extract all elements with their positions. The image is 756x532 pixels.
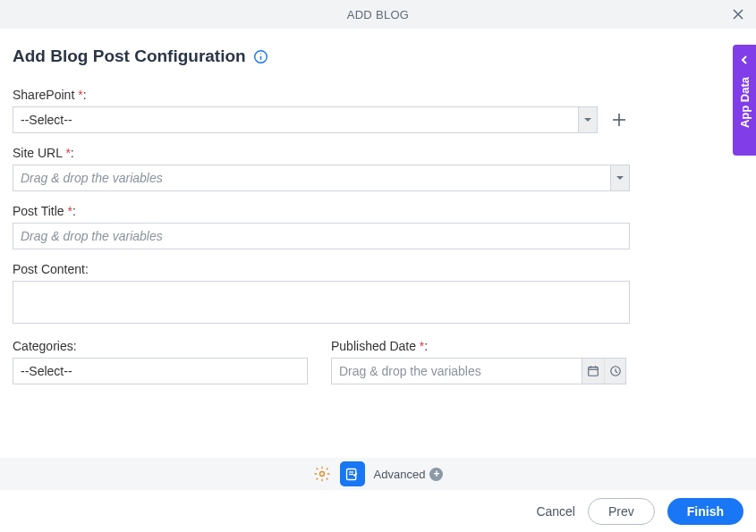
side-tab-app-data[interactable]: App Data bbox=[733, 45, 756, 156]
chevron-down-icon[interactable] bbox=[610, 165, 630, 191]
label-text-published-date: Published Date bbox=[331, 339, 416, 353]
field-post-title: Post Title *: bbox=[13, 204, 630, 249]
advanced-toggle[interactable]: Advanced + bbox=[374, 468, 444, 481]
label-published-date: Published Date *: bbox=[331, 339, 626, 353]
clock-icon[interactable] bbox=[604, 359, 625, 384]
chevron-down-icon[interactable] bbox=[578, 106, 598, 133]
add-sharepoint-button[interactable] bbox=[608, 106, 630, 133]
select-categories-value: --Select-- bbox=[21, 364, 72, 378]
info-icon[interactable] bbox=[253, 49, 268, 64]
svg-line-13 bbox=[616, 371, 617, 372]
row-categories-published: Categories: --Select-- Published Date *: bbox=[13, 339, 743, 397]
required-asterisk: * bbox=[420, 339, 424, 353]
field-published-date: Published Date *: bbox=[331, 339, 626, 384]
page-heading-text: Add Blog Post Configuration bbox=[13, 46, 246, 66]
cancel-button[interactable]: Cancel bbox=[536, 504, 575, 519]
footer-actions: Cancel Prev Finish bbox=[0, 490, 756, 532]
config-toolbar: Advanced + bbox=[0, 458, 756, 490]
page-title: Add Blog Post Configuration bbox=[13, 46, 743, 66]
svg-point-14 bbox=[319, 472, 324, 477]
select-sharepoint-value: --Select-- bbox=[21, 113, 72, 127]
required-asterisk: * bbox=[65, 146, 70, 160]
label-sharepoint: SharePoint *: bbox=[13, 88, 630, 102]
field-categories: Categories: --Select-- bbox=[13, 339, 308, 384]
svg-rect-7 bbox=[589, 367, 599, 376]
svg-point-4 bbox=[260, 53, 261, 54]
input-site-url[interactable]: Drag & drop the variables bbox=[13, 165, 610, 191]
title-bar: ADD BLOG bbox=[0, 0, 756, 29]
close-icon[interactable] bbox=[731, 7, 745, 21]
label-categories: Categories: bbox=[13, 339, 308, 353]
field-sharepoint: SharePoint *: --Select-- bbox=[13, 88, 630, 133]
site-url-placeholder: Drag & drop the variables bbox=[21, 171, 163, 185]
prev-button[interactable]: Prev bbox=[588, 498, 655, 525]
label-site-url: Site URL *: bbox=[13, 146, 630, 160]
gear-icon[interactable] bbox=[313, 465, 331, 483]
form-content: Add Blog Post Configuration SharePoint *… bbox=[0, 29, 756, 397]
field-site-url: Site URL *: Drag & drop the variables bbox=[13, 146, 630, 191]
window-title: ADD BLOG bbox=[347, 8, 410, 21]
finish-button[interactable]: Finish bbox=[667, 498, 743, 525]
label-post-title: Post Title *: bbox=[13, 204, 630, 218]
calendar-icon[interactable] bbox=[582, 359, 604, 384]
textarea-post-content[interactable] bbox=[13, 281, 630, 324]
side-tab-label: App Data bbox=[738, 77, 752, 128]
field-post-content: Post Content: bbox=[13, 262, 630, 326]
label-text-sharepoint: SharePoint bbox=[13, 88, 74, 102]
plus-circle-icon: + bbox=[429, 468, 443, 481]
input-published-date[interactable] bbox=[331, 358, 582, 384]
label-text-post-title: Post Title bbox=[13, 204, 64, 218]
chevron-left-icon bbox=[739, 54, 750, 68]
required-asterisk: * bbox=[67, 204, 72, 218]
input-post-title[interactable] bbox=[13, 223, 630, 249]
advanced-label-text: Advanced bbox=[374, 468, 426, 481]
label-post-content: Post Content: bbox=[13, 262, 630, 276]
select-sharepoint[interactable]: --Select-- bbox=[13, 106, 578, 133]
select-categories[interactable]: --Select-- bbox=[13, 358, 308, 384]
notepad-icon[interactable] bbox=[340, 461, 365, 486]
label-text-site-url: Site URL bbox=[13, 146, 63, 160]
required-asterisk: * bbox=[78, 88, 82, 102]
